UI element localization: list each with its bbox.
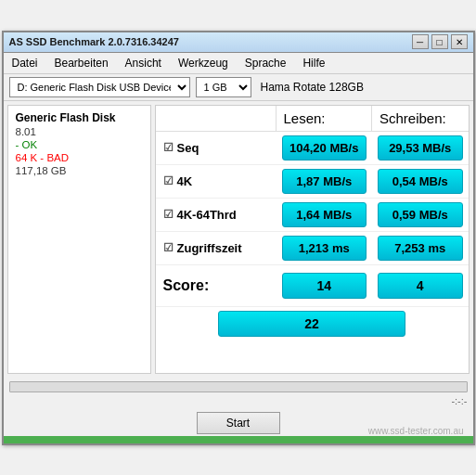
bench-rows: ☑ Seq 104,20 MB/s 29,53 MB/s ☑ 4K 1,87 M… [156, 132, 469, 265]
4k64-write-val: 0,59 MB/s [378, 202, 463, 227]
4k64-read-val: 1,64 MB/s [282, 202, 367, 227]
drive-name-label: Hama Rotate 128GB [257, 79, 367, 96]
score-label: Score: [156, 273, 277, 299]
main-window: AS SSD Benchmark 2.0.7316.34247 ─ □ ✕ Da… [2, 31, 475, 445]
close-button[interactable]: ✕ [451, 34, 468, 49]
bench-row-4k: ☑ 4K 1,87 MB/s 0,54 MB/s [156, 165, 469, 199]
bench-label-seq: ☑ Seq [156, 136, 277, 160]
header-write: Schreiben: [372, 106, 469, 131]
size-select[interactable]: 1 GB [196, 77, 251, 97]
progress-bar-container [9, 381, 468, 392]
menu-hilfe[interactable]: Hilfe [300, 55, 328, 71]
toolbar: D: Generic Flash Disk USB Device 1 GB Ha… [4, 74, 473, 101]
watermark: www.ssd-tester.com.au [368, 426, 464, 436]
bench-label-access: ☑ Zugriffszeit [156, 237, 277, 260]
device-size: 117,18 GB [16, 165, 143, 176]
access-write-val: 7,253 ms [378, 236, 463, 261]
menubar: Datei Bearbeiten Ansicht Werkzeug Sprach… [4, 53, 473, 74]
main-content: Generic Flash Disk 8.01 - OK 64 K - BAD … [4, 101, 473, 378]
title-bar: AS SSD Benchmark 2.0.7316.34247 ─ □ ✕ [4, 32, 473, 53]
seq-read-val: 104,20 MB/s [282, 135, 367, 160]
start-button-row: Start www.ssd-tester.com.au [4, 408, 473, 436]
menu-sprache[interactable]: Sprache [242, 55, 289, 71]
check-4k64-icon: ☑ [163, 208, 174, 221]
window-controls: ─ □ ✕ [412, 34, 468, 49]
bottom-section: -:-:- [4, 378, 473, 408]
seq-write-val: 29,53 MB/s [378, 135, 463, 160]
score-total-row: 22 [156, 307, 469, 340]
bottom-row: -:-:- [9, 395, 468, 406]
menu-bearbeiten[interactable]: Bearbeiten [52, 55, 111, 71]
score-write-val: 4 [378, 273, 463, 299]
header-read: Lesen: [277, 106, 373, 131]
4k-write-val: 0,54 MB/s [378, 169, 463, 194]
4k-read-val: 1,87 MB/s [282, 169, 367, 194]
device-number: 8.01 [16, 126, 143, 137]
device-name: Generic Flash Disk [16, 111, 143, 124]
bench-row-seq: ☑ Seq 104,20 MB/s 29,53 MB/s [156, 132, 469, 165]
bench-label-4k64: ☑ 4K-64Thrd [156, 203, 277, 226]
time-label: -:-:- [238, 395, 468, 406]
green-bar [4, 436, 473, 443]
header-col1 [156, 106, 277, 131]
bench-row-access: ☑ Zugriffszeit 1,213 ms 7,253 ms [156, 232, 469, 265]
status-bad: 64 K - BAD [16, 152, 143, 163]
bench-header: Lesen: Schreiben: [156, 106, 469, 132]
benchmark-panel: Lesen: Schreiben: ☑ Seq 104,20 MB/s 29,5… [155, 105, 470, 374]
menu-ansicht[interactable]: Ansicht [122, 55, 164, 71]
bench-row-4k64: ☑ 4K-64Thrd 1,64 MB/s 0,59 MB/s [156, 199, 469, 232]
maximize-button[interactable]: □ [431, 34, 448, 49]
check-access-icon: ☑ [163, 241, 174, 254]
menu-datei[interactable]: Datei [9, 55, 41, 71]
bench-label-4k: ☑ 4K [156, 170, 277, 193]
menu-werkzeug[interactable]: Werkzeug [175, 55, 231, 71]
info-panel: Generic Flash Disk 8.01 - OK 64 K - BAD … [7, 105, 151, 374]
check-4k-icon: ☑ [163, 174, 174, 187]
access-read-val: 1,213 ms [282, 236, 367, 261]
check-seq-icon: ☑ [163, 141, 174, 154]
score-total-val: 22 [218, 311, 405, 337]
score-row: Score: 14 4 [156, 265, 469, 307]
minimize-button[interactable]: ─ [412, 34, 429, 49]
window-title: AS SSD Benchmark 2.0.7316.34247 [9, 36, 179, 47]
status-ok: - OK [16, 139, 143, 150]
drive-select[interactable]: D: Generic Flash Disk USB Device [9, 77, 190, 97]
start-button[interactable]: Start [197, 412, 280, 434]
score-read-val: 14 [282, 273, 367, 299]
